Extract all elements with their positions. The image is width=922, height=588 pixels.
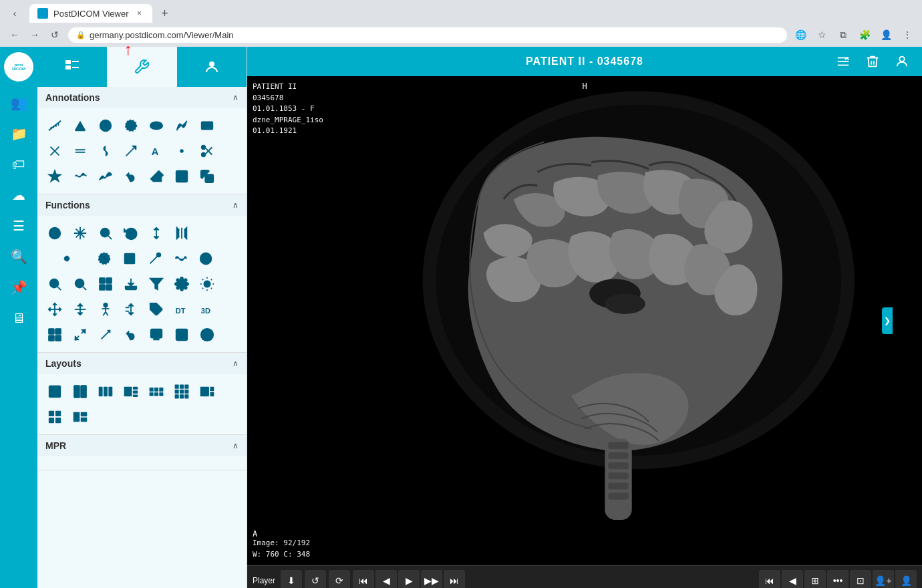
pin-nav-button[interactable]: 📌: [4, 273, 33, 302]
erase-all-tool[interactable]: [170, 164, 194, 188]
layout-2x3[interactable]: [144, 380, 168, 404]
layout-3x3[interactable]: [170, 380, 194, 404]
filter-tool[interactable]: [144, 272, 168, 296]
layout-main-3[interactable]: [119, 380, 143, 404]
player-extra2-button[interactable]: ◀: [782, 570, 803, 589]
player-play-button[interactable]: ▶: [398, 570, 420, 589]
tag-tool[interactable]: [144, 297, 168, 321]
zoom-minus-tool[interactable]: [43, 272, 67, 296]
back-button[interactable]: ‹: [5, 4, 24, 23]
layout-large-left[interactable]: [195, 380, 219, 404]
display-nav-button[interactable]: 🖥: [4, 303, 33, 333]
layout-split-v[interactable]: [68, 405, 92, 429]
player-loop-button[interactable]: ↺: [305, 570, 326, 589]
tab-search-button[interactable]: ⧉: [834, 25, 853, 44]
pan2-tool[interactable]: [68, 221, 92, 245]
zoom-plus-tool[interactable]: [68, 272, 92, 296]
layout-1x1[interactable]: [43, 380, 67, 404]
panel-collapse-handle[interactable]: ❯: [882, 307, 893, 334]
series-tab[interactable]: [37, 47, 107, 87]
player-first-button[interactable]: ⏮: [353, 570, 374, 589]
player-last-button[interactable]: ⏭: [444, 570, 465, 589]
move-tool[interactable]: [43, 297, 67, 321]
needle-tool[interactable]: [94, 323, 118, 347]
tags-nav-button[interactable]: 🏷: [4, 150, 33, 179]
player-extra1-button[interactable]: ⏮: [759, 570, 780, 589]
region-tool[interactable]: [92, 247, 116, 271]
text-tool[interactable]: A: [144, 139, 168, 163]
rect-tool[interactable]: [195, 114, 219, 138]
player-layout-button[interactable]: ⊡: [850, 570, 871, 589]
screenshot-tool[interactable]: [144, 323, 168, 347]
forward-nav-button[interactable]: →: [25, 25, 44, 44]
rotate2-tool[interactable]: [119, 221, 143, 245]
image-tool[interactable]: [170, 323, 194, 347]
player-user2-button[interactable]: 👤: [895, 570, 917, 589]
angle-tool[interactable]: [68, 114, 92, 138]
scissor-tool[interactable]: [195, 139, 219, 163]
circle-tool[interactable]: [94, 114, 118, 138]
grid-view-tool[interactable]: [43, 323, 67, 347]
multiplanar-tool[interactable]: [94, 272, 118, 296]
extensions-button[interactable]: 🧩: [855, 25, 874, 44]
tools-tab[interactable]: [107, 47, 176, 87]
list-nav-button[interactable]: ☰: [4, 211, 33, 241]
dt-tool[interactable]: DT: [170, 297, 194, 321]
split-tool[interactable]: [68, 297, 92, 321]
layouts-header[interactable]: Layouts ∧: [37, 353, 247, 374]
mpr-header[interactable]: MPR ∧: [37, 435, 247, 456]
profile-button[interactable]: 👤: [877, 25, 895, 44]
reload-button[interactable]: ↺: [45, 25, 64, 44]
dot-tool[interactable]: [170, 139, 194, 163]
layout-1x3[interactable]: [94, 380, 118, 404]
tab-close-button[interactable]: ×: [134, 8, 144, 19]
search-nav-button[interactable]: 🔍: [4, 242, 33, 271]
probe-tool[interactable]: [143, 247, 167, 271]
spine-tool[interactable]: [94, 139, 118, 163]
square-tool[interactable]: [118, 247, 142, 271]
url-box[interactable]: 🔒 germany.postdicom.com/Viewer/Main: [68, 27, 787, 43]
player-next-button[interactable]: ▶▶: [421, 570, 442, 589]
patients-nav-button[interactable]: 👥: [4, 88, 33, 118]
annotations-header[interactable]: Annotations ∧: [37, 87, 247, 108]
info-tab[interactable]: [177, 47, 247, 87]
menu-button[interactable]: ⋮: [898, 25, 917, 44]
translate-button[interactable]: 🌐: [791, 25, 810, 44]
player-user-plus-button[interactable]: 👤+: [873, 570, 894, 589]
freehand2-tool[interactable]: [68, 164, 92, 188]
sun-tool[interactable]: [195, 272, 219, 296]
cine-play-tool[interactable]: [43, 221, 67, 245]
folders-nav-button[interactable]: 📁: [4, 119, 33, 148]
player-sync-button[interactable]: ⟳: [329, 570, 350, 589]
upload-nav-button[interactable]: ☁: [4, 180, 33, 210]
contrast-tool[interactable]: [194, 247, 218, 271]
ruler-tool[interactable]: [43, 114, 67, 138]
copy-tool[interactable]: [195, 164, 219, 188]
new-tab-button[interactable]: +: [155, 4, 174, 23]
sort-tool[interactable]: [119, 297, 143, 321]
erase-tool[interactable]: [144, 164, 168, 188]
player-download-button[interactable]: ⬇: [281, 570, 302, 589]
layout-1x2[interactable]: [68, 380, 92, 404]
3d-tool[interactable]: 3D: [195, 297, 219, 321]
flip2-tool[interactable]: [170, 221, 194, 245]
star-tool[interactable]: [43, 164, 67, 188]
player-prev-button[interactable]: ◀: [375, 570, 397, 589]
arrow-tool[interactable]: [119, 139, 143, 163]
export-tool[interactable]: [119, 272, 143, 296]
sort-studies-button[interactable]: [831, 49, 855, 74]
cross-tool[interactable]: [43, 139, 67, 163]
player-more-button[interactable]: •••: [827, 570, 849, 589]
compress-tool[interactable]: [68, 323, 92, 347]
layout-2x2[interactable]: [43, 405, 67, 429]
help-tool[interactable]: [195, 323, 219, 347]
crosshair2-tool[interactable]: [43, 247, 91, 271]
delete-button[interactable]: [861, 49, 885, 74]
hash-tool[interactable]: [119, 114, 143, 138]
player-grid-button[interactable]: ⊞: [804, 570, 826, 589]
double-line-tool[interactable]: [68, 139, 92, 163]
back-nav-button[interactable]: ←: [5, 25, 24, 44]
gear-tool[interactable]: [170, 272, 194, 296]
undo-tool[interactable]: [119, 164, 143, 188]
user-button[interactable]: [890, 49, 914, 74]
